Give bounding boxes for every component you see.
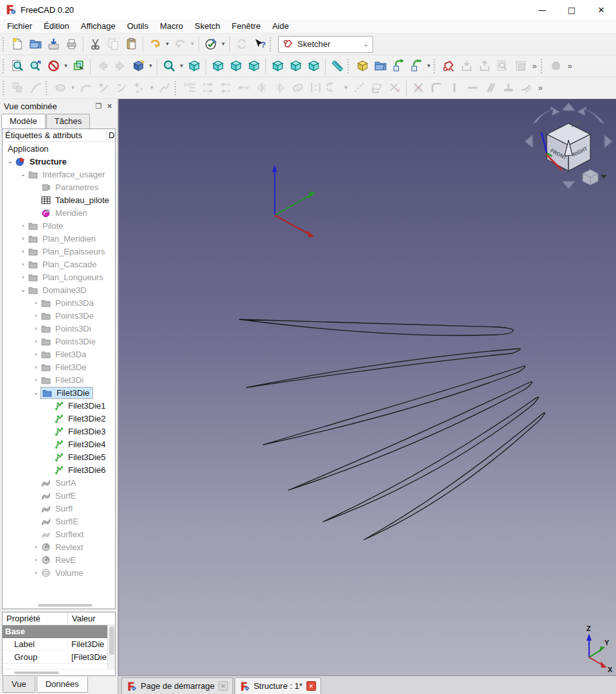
expand-icon[interactable]: › xyxy=(31,364,41,370)
tree-item-filet3die1[interactable]: Filet3Die1 xyxy=(3,399,115,412)
tree-item-revlext[interactable]: ›Revlext xyxy=(3,540,115,553)
tree-item-volume[interactable]: ›Volume xyxy=(3,566,115,579)
make-link-group-button[interactable] xyxy=(407,57,425,75)
make-link-group-button-caret-icon[interactable]: ▼ xyxy=(425,57,432,75)
whats-this-button[interactable]: ? xyxy=(251,35,268,53)
tree-item-surflext[interactable]: Surflext xyxy=(3,528,115,540)
minimize-button[interactable]: — xyxy=(527,0,557,19)
toolbar-grip[interactable] xyxy=(3,59,7,73)
tree-item-filet3die2[interactable]: Filet3Die2 xyxy=(3,412,115,425)
tab-close-icon[interactable]: ✕ xyxy=(306,681,316,691)
close-panel-icon[interactable]: ✕ xyxy=(104,101,115,111)
zoom-button[interactable] xyxy=(160,57,178,75)
menu-outils[interactable]: Outils xyxy=(121,20,154,32)
draw-style-button[interactable] xyxy=(44,57,62,75)
menu-fichier[interactable]: Fichier xyxy=(1,20,38,32)
maximize-button[interactable]: □ xyxy=(557,0,586,19)
draw-style-button-caret-icon[interactable]: ▼ xyxy=(62,57,69,75)
create-part-button[interactable] xyxy=(353,57,371,75)
tab-vue[interactable]: Vue xyxy=(3,677,35,693)
toolbar-grip[interactable] xyxy=(270,37,274,51)
undo-button[interactable] xyxy=(146,35,164,53)
toolbar-grip[interactable] xyxy=(175,81,179,95)
toolbar-grip[interactable] xyxy=(3,81,7,95)
tree-item-pilote[interactable]: ›Pilote xyxy=(3,219,115,232)
left-view-button[interactable] xyxy=(304,57,322,75)
menu-aide[interactable]: Aide xyxy=(267,20,295,32)
new-document-button[interactable] xyxy=(8,35,26,53)
cut-button[interactable] xyxy=(86,35,104,53)
tree-item-surfi[interactable]: SurfI xyxy=(3,502,115,515)
rear-view-button[interactable] xyxy=(268,57,286,75)
toolbar-overflow-button[interactable]: » xyxy=(535,79,545,97)
tree-item-plan-longueurs[interactable]: ›Plan_Longueurs xyxy=(3,271,115,283)
tree-item-filet3die5[interactable]: Filet3Die5 xyxy=(3,450,115,463)
collapse-icon[interactable]: ⌄ xyxy=(18,287,28,293)
fit-selection-button[interactable] xyxy=(26,57,44,75)
toolbar-grip[interactable] xyxy=(348,59,352,73)
tree-item-domaine3d[interactable]: ⌄Domaine3D xyxy=(3,283,115,296)
tree-item-surfe[interactable]: SurfE xyxy=(3,489,115,502)
collapse-icon[interactable]: ⌄ xyxy=(5,158,15,165)
menu-macro[interactable]: Macro xyxy=(154,20,189,32)
close-button[interactable]: ✕ xyxy=(586,0,616,19)
tab-t-ches[interactable]: Tâches xyxy=(46,114,91,129)
edit-mode-button-caret-icon[interactable]: ▼ xyxy=(220,35,227,53)
fit-all-button[interactable] xyxy=(8,57,26,75)
undo-button-caret-icon[interactable]: ▼ xyxy=(164,35,171,53)
menu-sketch[interactable]: Sketch xyxy=(189,20,226,32)
toolbar-grip[interactable] xyxy=(434,59,438,73)
property-vertical-scrollbar[interactable] xyxy=(107,625,115,669)
home-view-button[interactable] xyxy=(129,57,147,75)
home-view-button-caret-icon[interactable]: ▼ xyxy=(147,57,154,75)
tree-item-structure[interactable]: ⌄Structure xyxy=(3,155,115,168)
measure-distance-button[interactable] xyxy=(328,57,346,75)
menu-fen-tre[interactable]: Fenêtre xyxy=(226,20,267,32)
property-horizontal-scrollbar[interactable] xyxy=(3,669,115,675)
paste-button[interactable] xyxy=(122,35,140,53)
tree-item-points3da[interactable]: ›Points3Da xyxy=(3,296,115,309)
expand-icon[interactable]: › xyxy=(31,544,41,550)
expand-icon[interactable]: › xyxy=(18,222,28,229)
right-view-button[interactable] xyxy=(245,57,263,75)
tree-item-filet3die[interactable]: ⌄Filet3Die xyxy=(3,386,115,399)
expand-icon[interactable]: › xyxy=(31,377,41,383)
menu--dition[interactable]: Édition xyxy=(38,20,75,32)
tree-item-plan-meridien[interactable]: ›Plan_Meridien xyxy=(3,232,115,245)
expand-icon[interactable]: › xyxy=(31,312,41,319)
navigation-cube[interactable]: TOP FRONT RIGHT xyxy=(525,103,612,189)
float-panel-icon[interactable]: ❐ xyxy=(93,101,104,111)
navcube-menu-cube[interactable] xyxy=(583,170,607,185)
document-tab-page-de-d-marrage[interactable]: Page de démarrage✕ xyxy=(121,677,233,694)
3d-viewport[interactable]: TOP FRONT RIGHT xyxy=(118,99,616,675)
collapse-icon[interactable]: ⌄ xyxy=(31,389,41,396)
property-group-base[interactable]: Base xyxy=(3,625,115,638)
collapse-icon[interactable]: ⌄ xyxy=(18,171,28,177)
create-sketch-button[interactable] xyxy=(439,57,457,75)
tree-item-tableau-pilote[interactable]: Tableau_pilote xyxy=(3,193,115,206)
toolbar-grip[interactable] xyxy=(46,81,50,95)
expand-icon[interactable]: › xyxy=(18,274,28,280)
zoom-button-caret-icon[interactable]: ▼ xyxy=(178,57,185,75)
toolbar-overflow-button[interactable]: » xyxy=(565,57,575,75)
tab-donn-es[interactable]: Données xyxy=(37,677,88,693)
tree-item-filet3di[interactable]: ›Filet3Di xyxy=(3,373,115,386)
expand-icon[interactable]: › xyxy=(31,325,41,332)
menu-affichage[interactable]: Affichage xyxy=(75,20,121,32)
bottom-view-button[interactable] xyxy=(286,57,304,75)
tree-item-points3di[interactable]: ›Points3Di xyxy=(3,322,115,335)
tree-item-interface-usager[interactable]: ⌄Interface_usager xyxy=(3,168,115,181)
front-view-button[interactable] xyxy=(209,57,227,75)
tree-item-points3die[interactable]: ›Points3Die xyxy=(3,335,115,348)
expand-icon[interactable]: › xyxy=(31,338,41,344)
tree-item-filet3de[interactable]: ›Filet3De xyxy=(3,360,115,373)
save-document-button[interactable] xyxy=(44,35,62,53)
toolbar-grip[interactable] xyxy=(3,37,7,51)
expand-icon[interactable]: › xyxy=(18,261,28,267)
tree-horizontal-scrollbar[interactable] xyxy=(3,602,115,609)
bounding-box-button[interactable] xyxy=(69,57,87,75)
expand-icon[interactable]: › xyxy=(31,351,41,357)
axonometric-view-button[interactable] xyxy=(185,57,203,75)
edit-mode-button[interactable] xyxy=(202,35,220,53)
tree-item-plan-cascade[interactable]: ›Plan_Cascade xyxy=(3,258,115,271)
